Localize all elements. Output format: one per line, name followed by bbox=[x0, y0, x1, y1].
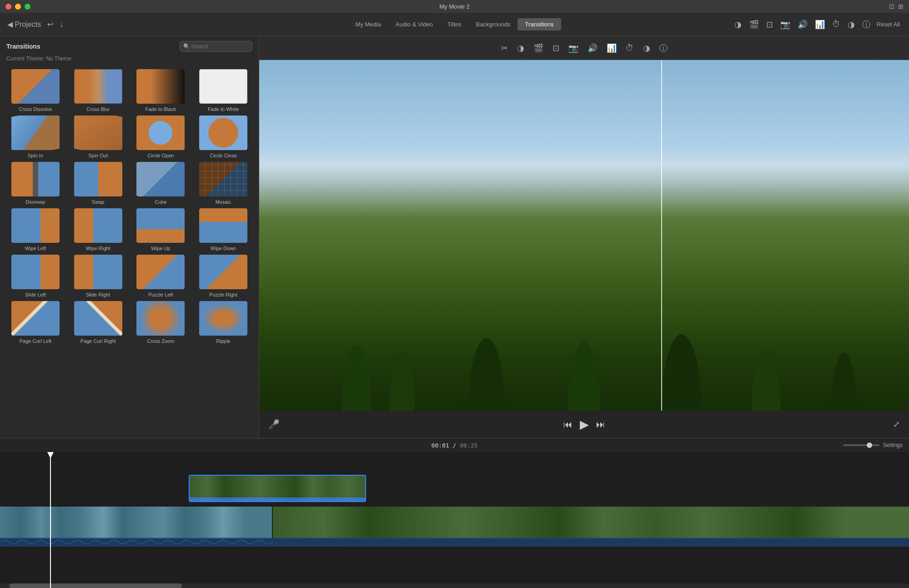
maximize-button[interactable] bbox=[25, 4, 30, 10]
info-button[interactable]: ⓘ bbox=[657, 41, 670, 55]
transition-thumb-spin-in bbox=[10, 115, 60, 151]
equalizer-button[interactable]: 📊 bbox=[604, 41, 619, 55]
minimize-button[interactable] bbox=[15, 4, 21, 10]
transition-item-puzzle-right[interactable]: Puzzle Right bbox=[193, 254, 253, 297]
transition-preview-ripple bbox=[199, 301, 247, 336]
camera-button[interactable]: 📷 bbox=[566, 41, 581, 55]
color-tool-button[interactable]: ◑ bbox=[733, 19, 743, 30]
tab-backgrounds[interactable]: Backgrounds bbox=[469, 18, 518, 30]
search-input[interactable] bbox=[180, 41, 252, 52]
transition-thumb-slide-left bbox=[10, 254, 60, 290]
transition-label-fade-to-white: Fade to White bbox=[208, 106, 239, 112]
transition-item-wipe-down[interactable]: Wipe Down bbox=[193, 207, 253, 251]
redo-button[interactable]: ↓ bbox=[58, 19, 65, 30]
transition-item-cross-blur[interactable]: Cross Blur bbox=[68, 68, 128, 112]
scrollbar-thumb[interactable] bbox=[9, 583, 182, 588]
tab-my-media[interactable]: My Media bbox=[348, 18, 388, 30]
transition-preview-slide-right bbox=[74, 255, 122, 289]
chart-tool-button[interactable]: 📊 bbox=[814, 19, 826, 30]
transition-item-circle-close[interactable]: Circle Close bbox=[193, 115, 253, 158]
panel-header: Transitions 🔍 bbox=[0, 36, 259, 55]
transition-item-puzzle-left[interactable]: Puzzle Left bbox=[131, 254, 191, 297]
zoom-slider[interactable] bbox=[843, 444, 879, 446]
titlebar-icon-2[interactable]: ⊞ bbox=[898, 3, 904, 10]
camera-tool-button[interactable]: 🎬 bbox=[748, 19, 760, 30]
transition-preview-doorway bbox=[11, 162, 60, 196]
play-button[interactable]: ▶ bbox=[580, 417, 589, 432]
audio-tool-button[interactable]: 🔊 bbox=[797, 19, 809, 30]
transition-item-swap[interactable]: Swap bbox=[68, 161, 128, 205]
transition-item-slide-left[interactable]: Slide Left bbox=[5, 254, 65, 297]
transition-label-wipe-left: Wipe Left bbox=[25, 246, 46, 251]
clip-main-background bbox=[0, 507, 909, 538]
transition-preview-page-curl-right bbox=[74, 301, 122, 336]
transition-preview-fade-to-black bbox=[136, 69, 185, 104]
clip-segment-2 bbox=[273, 507, 909, 538]
transition-item-page-curl-right[interactable]: Page Curl Right bbox=[68, 300, 128, 344]
transition-item-spin-in[interactable]: Spin In bbox=[5, 115, 65, 158]
timeline-scrollbar[interactable] bbox=[0, 583, 909, 588]
timeline-settings-button[interactable]: Settings bbox=[883, 442, 903, 448]
transition-item-wipe-right[interactable]: Wipe Right bbox=[68, 207, 128, 251]
transitions-panel: Transitions 🔍 Current Theme: No Theme Cr… bbox=[0, 36, 259, 438]
transition-item-ripple[interactable]: Ripple bbox=[193, 300, 253, 344]
titlebar-icon-1[interactable]: ⊡ bbox=[889, 3, 894, 10]
transition-item-doorway[interactable]: Doorway bbox=[5, 161, 65, 205]
undo-button[interactable]: ↩ bbox=[45, 18, 55, 30]
volume-button[interactable]: 🔊 bbox=[585, 41, 600, 55]
video-preview bbox=[259, 60, 909, 411]
transition-item-cube[interactable]: Cube bbox=[131, 161, 191, 205]
transition-thumb-cross-blur bbox=[73, 68, 123, 105]
transition-item-slide-right[interactable]: Slide Right bbox=[68, 254, 128, 297]
color2-tool-button[interactable]: ◑ bbox=[847, 19, 856, 30]
transition-item-spin-out[interactable]: Spin Out bbox=[68, 115, 128, 158]
transition-item-wipe-left[interactable]: Wipe Left bbox=[5, 207, 65, 251]
back-button[interactable]: ◀ Projects bbox=[5, 18, 43, 30]
tab-audio-video[interactable]: Audio & Video bbox=[388, 18, 440, 30]
transition-preview-cross-blur bbox=[74, 69, 122, 104]
transition-item-circle-open[interactable]: Circle Open bbox=[131, 115, 191, 158]
close-button[interactable] bbox=[5, 4, 11, 10]
transition-preview-spin-in bbox=[10, 115, 60, 151]
main-video-track[interactable] bbox=[0, 507, 909, 538]
transition-label-cross-zoom: Cross Zoom bbox=[147, 338, 174, 344]
info-tool-button[interactable]: ⓘ bbox=[861, 18, 871, 31]
timeline-content[interactable] bbox=[0, 452, 909, 588]
transition-label-spin-out: Spin Out bbox=[88, 153, 108, 158]
color3-button[interactable]: ◑ bbox=[640, 41, 653, 55]
video-tool-button[interactable]: 📷 bbox=[779, 19, 791, 30]
transition-item-wipe-up[interactable]: Wipe Up bbox=[131, 207, 191, 251]
timeline-settings: Settings bbox=[843, 442, 903, 448]
transition-thumb-puzzle-left bbox=[136, 254, 186, 290]
fullscreen-button[interactable]: ⤢ bbox=[893, 419, 900, 429]
transition-item-fade-to-white[interactable]: Fade to White bbox=[193, 68, 253, 112]
skip-back-button[interactable]: ⏮ bbox=[563, 419, 573, 430]
transition-preview-circle-open bbox=[136, 116, 185, 150]
transition-label-mosaic: Mosaic bbox=[216, 199, 231, 205]
skip-forward-button[interactable]: ⏭ bbox=[596, 419, 605, 430]
speed-button[interactable]: ⏱ bbox=[623, 41, 637, 55]
transition-label-slide-left: Slide Left bbox=[25, 292, 46, 297]
transition-item-page-curl-left[interactable]: Page Curl Left bbox=[5, 300, 65, 344]
zoom-thumb bbox=[867, 442, 872, 448]
speed-tool-button[interactable]: ⏱ bbox=[831, 19, 841, 30]
clip-upper[interactable] bbox=[189, 475, 366, 502]
transition-item-fade-to-black[interactable]: Fade to Black bbox=[131, 68, 191, 112]
mic-button[interactable]: 🎤 bbox=[268, 419, 280, 430]
reset-all-button[interactable]: Reset All bbox=[877, 21, 900, 28]
camera-stabilize-button[interactable]: 🎬 bbox=[531, 41, 546, 55]
crop-video-button[interactable]: ⊡ bbox=[550, 41, 562, 55]
transform-tool-button[interactable]: ✂ bbox=[498, 41, 511, 55]
transition-preview-puzzle-left bbox=[136, 255, 185, 289]
transition-item-mosaic[interactable]: Mosaic bbox=[193, 161, 253, 205]
crop-tool-button[interactable]: ⊡ bbox=[765, 19, 774, 30]
transition-item-cross-zoom[interactable]: Cross Zoom bbox=[131, 300, 191, 344]
transition-preview-wipe-down bbox=[199, 208, 247, 243]
timecode-display: 00:01 / 00:25 bbox=[432, 442, 478, 449]
transition-item-cross-dissolve[interactable]: Cross Dissolve bbox=[5, 68, 65, 112]
transition-thumb-fade-to-white bbox=[198, 68, 248, 105]
tab-titles[interactable]: Titles bbox=[440, 18, 469, 30]
color-correct-button[interactable]: ◑ bbox=[514, 41, 527, 55]
tab-transitions[interactable]: Transitions bbox=[517, 18, 561, 30]
timeline-area: 00:01 / 00:25 Settings bbox=[0, 438, 909, 588]
